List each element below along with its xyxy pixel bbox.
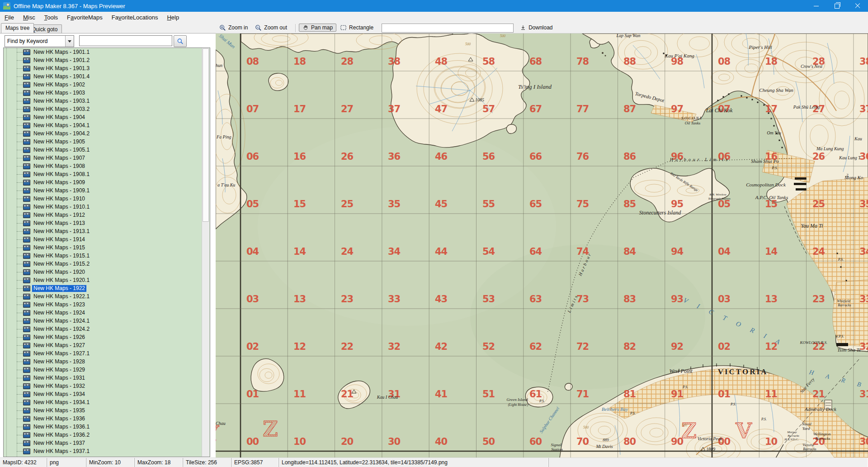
- menu-favoritemaps[interactable]: FavoriteMaps: [62, 13, 107, 22]
- tree-item-1901.4[interactable]: New HK Maps - 1901.4: [4, 72, 210, 81]
- zoom-in-button[interactable]: Zoom in: [216, 24, 251, 32]
- tree-item-1936.1[interactable]: New HK Maps - 1936.1: [4, 423, 210, 431]
- svg-text:P.S.: P.S.: [539, 399, 545, 403]
- tree-item-label: New HK Maps - 1915: [32, 244, 86, 251]
- tree-item-1901.3[interactable]: New HK Maps - 1901.3: [4, 64, 210, 72]
- tree-item-label: New HK Maps - 1936: [32, 415, 86, 422]
- tree-item-1926[interactable]: New HK Maps - 1926: [4, 333, 210, 341]
- tree-item-1904.1[interactable]: New HK Maps - 1904.1: [4, 121, 210, 129]
- tree-item-1909[interactable]: New HK Maps - 1909: [4, 178, 210, 186]
- tree-item-1924.2[interactable]: New HK Maps - 1924.2: [4, 325, 210, 333]
- tree-scrollbar-thumb[interactable]: [203, 48, 209, 222]
- tree-item-1915[interactable]: New HK Maps - 1915: [4, 243, 210, 252]
- tree-item-label: New HK Maps - 1915.2: [32, 261, 91, 267]
- tree-item-1931[interactable]: New HK Maps - 1931: [4, 374, 210, 382]
- svg-text:52: 52: [482, 341, 495, 352]
- tree-item-1922.1[interactable]: New HK Maps - 1922.1: [4, 292, 210, 300]
- search-input[interactable]: [79, 35, 172, 46]
- tree-item-1915.2[interactable]: New HK Maps - 1915.2: [4, 260, 210, 268]
- tree-item-label: New HK Maps - 1909.1: [32, 187, 91, 194]
- tree-item-1901.1[interactable]: New HK Maps - 1901.1: [4, 48, 210, 56]
- tree-item-1924.1[interactable]: New HK Maps - 1924.1: [4, 317, 210, 325]
- svg-text:92: 92: [671, 341, 683, 352]
- tree-item-1932[interactable]: New HK Maps - 1932: [4, 382, 210, 390]
- tree-item-1912[interactable]: New HK Maps - 1912: [4, 211, 210, 219]
- menu-file[interactable]: File: [0, 13, 19, 22]
- svg-text:05: 05: [246, 199, 259, 210]
- tree-item-1924[interactable]: New HK Maps - 1924: [4, 309, 210, 317]
- svg-text:Barracks: Barracks: [816, 436, 830, 441]
- map-item-icon: [23, 220, 30, 226]
- tab-maps-tree[interactable]: Maps tree: [1, 23, 34, 33]
- tree-item-1934.1[interactable]: New HK Maps - 1934.1: [4, 398, 210, 406]
- svg-text:95: 95: [671, 199, 684, 210]
- tree-item-1934[interactable]: New HK Maps - 1934: [4, 390, 210, 398]
- minimize-button[interactable]: [806, 0, 826, 12]
- tree-item-1929[interactable]: New HK Maps - 1929: [4, 366, 210, 374]
- svg-text:37: 37: [859, 104, 868, 114]
- tree-item-label: New HK Maps - 1934.1: [32, 399, 91, 406]
- tree-item-1922[interactable]: New HK Maps - 1922: [4, 284, 210, 292]
- tree-item-1914[interactable]: New HK Maps - 1914: [4, 235, 210, 243]
- search-button[interactable]: [174, 35, 187, 47]
- tree-item-1908.1[interactable]: New HK Maps - 1908.1: [4, 170, 210, 178]
- menu-bar: FileMiscToolsFavoriteMapsFavoriteLocatio…: [0, 12, 868, 23]
- tree-branch-line: [17, 223, 23, 224]
- tree-item-1904.2[interactable]: New HK Maps - 1904.2: [4, 129, 210, 138]
- tree-item-1937.1[interactable]: New HK Maps - 1937.1: [4, 447, 210, 455]
- rectangle-button[interactable]: Rectangle: [336, 24, 377, 32]
- tree-item-1920.1[interactable]: New HK Maps - 1920.1: [4, 276, 210, 284]
- tree-item-1901.2[interactable]: New HK Maps - 1901.2: [4, 56, 210, 64]
- tree-branch-line: [17, 166, 23, 167]
- download-button[interactable]: Download: [516, 24, 556, 32]
- svg-text:Z: Z: [263, 417, 278, 441]
- tree-item-1920[interactable]: New HK Maps - 1920: [4, 268, 210, 276]
- tree-item-1903.2[interactable]: New HK Maps - 1903.2: [4, 105, 210, 113]
- zoom-out-button[interactable]: Zoom out: [251, 24, 291, 32]
- tree-item-1923[interactable]: New HK Maps - 1923: [4, 300, 210, 309]
- tree-item-1905.1[interactable]: New HK Maps - 1905.1: [4, 146, 210, 154]
- tree-scrollbar[interactable]: [202, 48, 209, 457]
- tree-item-1904[interactable]: New HK Maps - 1904: [4, 113, 210, 121]
- tree-item-1935[interactable]: New HK Maps - 1935: [4, 406, 210, 415]
- map-viewport[interactable]: 0807060504030201001817161514131211102827…: [216, 33, 868, 458]
- tree-branch-line: [17, 419, 23, 419]
- restore-button[interactable]: [826, 0, 847, 12]
- map-item-icon: [23, 383, 30, 389]
- tree-item-1936.2[interactable]: New HK Maps - 1936.2: [4, 431, 210, 439]
- tree-item-1902[interactable]: New HK Maps - 1902: [4, 81, 210, 89]
- tree-branch-line: [17, 125, 23, 126]
- tree-item-1907[interactable]: New HK Maps - 1907: [4, 154, 210, 162]
- pan-map-button[interactable]: Pan map: [299, 24, 336, 32]
- goto-input[interactable]: [382, 24, 514, 33]
- tree-item-1910[interactable]: New HK Maps - 1910: [4, 195, 210, 203]
- tree-item-1903.1[interactable]: New HK Maps - 1903.1: [4, 97, 210, 105]
- tree-item-1928[interactable]: New HK Maps - 1928: [4, 357, 210, 366]
- menu-help[interactable]: Help: [162, 13, 184, 22]
- tree-item-1910.1[interactable]: New HK Maps - 1910.1: [4, 203, 210, 211]
- map-item-icon: [23, 123, 30, 129]
- tree-item-1915.1[interactable]: New HK Maps - 1915.1: [4, 252, 210, 260]
- svg-text:500: 500: [682, 423, 687, 427]
- tree-item-1927[interactable]: New HK Maps - 1927: [4, 341, 210, 349]
- tree-item-1913.1[interactable]: New HK Maps - 1913.1: [4, 227, 210, 235]
- tree-item-label: New HK Maps - 1924.2: [32, 326, 91, 333]
- find-mode-select[interactable]: Find by Keyword: [5, 35, 74, 47]
- svg-text:40: 40: [435, 436, 448, 447]
- close-button[interactable]: [847, 0, 868, 12]
- menu-misc[interactable]: Misc: [19, 13, 40, 22]
- menu-tools[interactable]: Tools: [40, 13, 62, 22]
- menu-favoritelocations[interactable]: FavoriteLocations: [107, 13, 163, 22]
- tree-item-1905[interactable]: New HK Maps - 1905: [4, 138, 210, 146]
- tree-item-1927.1[interactable]: New HK Maps - 1927.1: [4, 349, 210, 357]
- tree-item-1908[interactable]: New HK Maps - 1908: [4, 162, 210, 170]
- svg-text:11: 11: [293, 389, 306, 400]
- tree-item-1913[interactable]: New HK Maps - 1913: [4, 219, 210, 227]
- combo-arrow-icon[interactable]: [65, 36, 74, 47]
- map-item-icon: [23, 98, 30, 104]
- tree-item-1936[interactable]: New HK Maps - 1936: [4, 415, 210, 423]
- tree-item-1937[interactable]: New HK Maps - 1937: [4, 439, 210, 447]
- tree-item-1909.1[interactable]: New HK Maps - 1909.1: [4, 186, 210, 195]
- tree-item-1903[interactable]: New HK Maps - 1903: [4, 89, 210, 97]
- tree-item-label: New HK Maps - 1937.1: [32, 448, 91, 455]
